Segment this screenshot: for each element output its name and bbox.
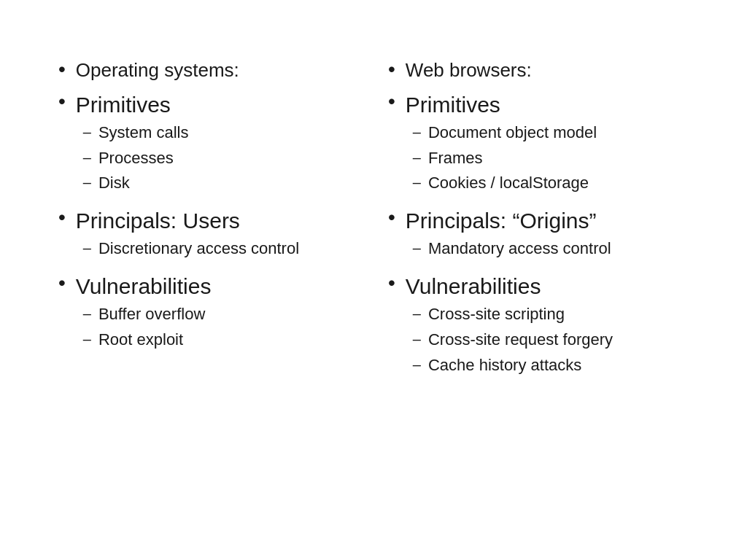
bullet-label: Principals: Users xyxy=(76,209,240,233)
bullet-dot: • xyxy=(58,271,66,295)
left-column: •Operating systems:•Primitives–System ca… xyxy=(44,58,374,531)
sub-list-item: –Processes xyxy=(83,147,359,170)
list-item: •Principals: “Origins”–Mandatory access … xyxy=(388,206,689,265)
dash-icon: – xyxy=(83,303,91,324)
dash-icon: – xyxy=(83,122,91,142)
sub-list-item: –Buffer overflow xyxy=(83,303,359,326)
bullet-dot: • xyxy=(58,57,66,82)
sub-text: Mandatory access control xyxy=(428,238,611,260)
dash-icon: – xyxy=(413,303,421,324)
dash-icon: – xyxy=(413,147,421,168)
dash-icon: – xyxy=(413,122,421,142)
sub-list: –Buffer overflow–Root exploit xyxy=(83,303,359,351)
dash-icon: – xyxy=(83,147,91,168)
bullet-content: Operating systems: xyxy=(76,58,359,83)
bullet-content: Primitives–System calls–Processes–Disk xyxy=(76,90,359,199)
bullet-dot: • xyxy=(388,89,395,114)
sub-text: Document object model xyxy=(428,122,597,144)
sub-list-item: –Cross-site request forgery xyxy=(413,329,689,351)
bullet-dot: • xyxy=(388,271,395,295)
sub-list: –System calls–Processes–Disk xyxy=(83,122,359,195)
dash-icon: – xyxy=(83,172,91,192)
bullet-label: Primitives xyxy=(76,93,171,117)
sub-text: Processes xyxy=(98,147,174,170)
dash-icon: – xyxy=(413,172,421,192)
bullet-label: Principals: “Origins” xyxy=(406,209,597,233)
slide: •Operating systems:•Primitives–System ca… xyxy=(0,0,747,560)
content-area: •Operating systems:•Primitives–System ca… xyxy=(44,58,703,531)
sub-text: Frames xyxy=(428,147,483,170)
list-item: •Principals: Users–Discretionary access … xyxy=(58,206,359,265)
sub-list: –Cross-site scripting–Cross-site request… xyxy=(413,303,689,376)
bullet-dot: • xyxy=(388,57,395,82)
bullet-label: Operating systems: xyxy=(76,59,239,81)
sub-list-item: –Cache history attacks xyxy=(413,354,689,377)
sub-list-item: –Document object model xyxy=(413,122,689,144)
sub-list: –Document object model–Frames–Cookies / … xyxy=(413,122,689,195)
dash-icon: – xyxy=(413,329,421,349)
sub-text: Cross-site request forgery xyxy=(428,329,613,351)
right-list: •Web browsers:•Primitives–Document objec… xyxy=(388,58,689,381)
left-list: •Operating systems:•Primitives–System ca… xyxy=(58,58,359,356)
list-item: •Vulnerabilities–Cross-site scripting–Cr… xyxy=(388,272,689,381)
sub-list-item: –Root exploit xyxy=(83,329,359,351)
bullet-label: Web browsers: xyxy=(406,59,532,81)
sub-text: Discretionary access control xyxy=(98,238,299,260)
bullet-dot: • xyxy=(58,89,66,114)
sub-text: Root exploit xyxy=(98,329,183,351)
bullet-content: Vulnerabilities–Cross-site scripting–Cro… xyxy=(406,272,689,381)
sub-text: Cache history attacks xyxy=(428,354,581,377)
sub-list-item: –Mandatory access control xyxy=(413,238,689,260)
list-item: •Web browsers: xyxy=(388,58,689,83)
bullet-content: Web browsers: xyxy=(406,58,689,83)
bullet-label: Vulnerabilities xyxy=(76,274,212,298)
sub-text: Cross-site scripting xyxy=(428,303,565,326)
sub-list-item: –Cross-site scripting xyxy=(413,303,689,326)
bullet-content: Vulnerabilities–Buffer overflow–Root exp… xyxy=(76,272,359,356)
dash-icon: – xyxy=(413,238,421,258)
bullet-content: Principals: Users–Discretionary access c… xyxy=(76,206,359,265)
sub-list: –Mandatory access control xyxy=(413,238,689,260)
list-item: •Operating systems: xyxy=(58,58,359,83)
sub-list: –Discretionary access control xyxy=(83,238,359,260)
bullet-content: Primitives–Document object model–Frames–… xyxy=(406,90,689,199)
bullet-content: Principals: “Origins”–Mandatory access c… xyxy=(406,206,689,265)
list-item: •Primitives–System calls–Processes–Disk xyxy=(58,90,359,199)
sub-list-item: –Frames xyxy=(413,147,689,170)
dash-icon: – xyxy=(413,354,421,375)
list-item: •Vulnerabilities–Buffer overflow–Root ex… xyxy=(58,272,359,356)
dash-icon: – xyxy=(83,329,91,349)
bullet-label: Primitives xyxy=(406,93,500,117)
bullet-dot: • xyxy=(388,205,395,230)
dash-icon: – xyxy=(83,238,91,258)
sub-text: System calls xyxy=(98,122,188,144)
sub-text: Cookies / localStorage xyxy=(428,172,589,195)
bullet-dot: • xyxy=(58,205,66,230)
bullet-label: Vulnerabilities xyxy=(406,274,541,298)
sub-list-item: –Cookies / localStorage xyxy=(413,172,689,195)
sub-list-item: –System calls xyxy=(83,122,359,144)
sub-text: Buffer overflow xyxy=(98,303,205,326)
sub-list-item: –Disk xyxy=(83,172,359,195)
list-item: •Primitives–Document object model–Frames… xyxy=(388,90,689,199)
right-column: •Web browsers:•Primitives–Document objec… xyxy=(374,58,703,531)
sub-text: Disk xyxy=(98,172,130,195)
sub-list-item: –Discretionary access control xyxy=(83,238,359,260)
